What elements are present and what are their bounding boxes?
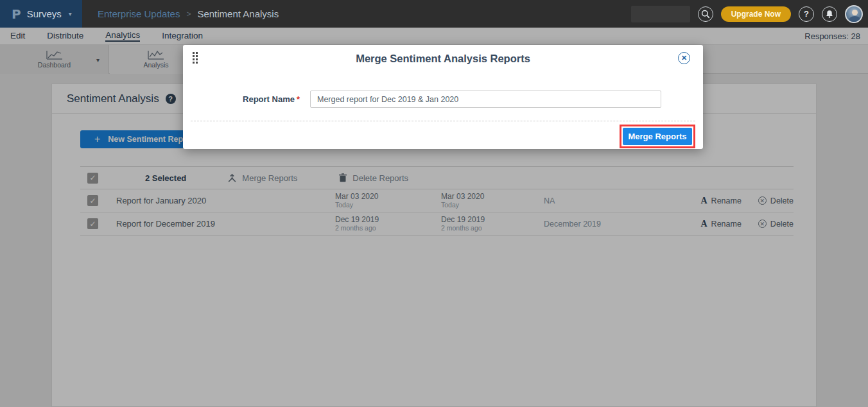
questionpro-logo-icon: P	[12, 6, 21, 22]
upgrade-now-button[interactable]: Upgrade Now	[721, 6, 791, 22]
search-input[interactable]	[631, 6, 690, 22]
avatar-head-shape	[852, 10, 858, 15]
report-name-label-text: Report Name	[243, 94, 295, 104]
breadcrumb: Enterprise Updates > Sentiment Analysis	[98, 0, 279, 28]
modal-divider	[191, 121, 695, 121]
breadcrumb-current-page: Sentiment Analysis	[197, 8, 279, 19]
modal-title: Merge Sentiment Analysis Reports	[183, 53, 703, 65]
report-name-label: Report Name*	[183, 94, 300, 104]
product-switcher[interactable]: P Surveys ▾	[0, 0, 82, 28]
close-icon[interactable]: ✕	[678, 52, 690, 64]
click-highlight-annotation: Merge Reports	[620, 125, 695, 148]
merge-reports-modal: Merge Sentiment Analysis Reports ✕ Repor…	[183, 45, 703, 149]
product-name: Surveys	[27, 8, 62, 19]
app-screen: P Surveys ▾ Enterprise Updates > Sentime…	[0, 0, 868, 407]
topbar-actions: Upgrade Now ?	[631, 0, 863, 28]
merge-reports-button[interactable]: Merge Reports	[623, 128, 692, 145]
user-avatar[interactable]	[845, 5, 863, 23]
help-icon[interactable]: ?	[799, 6, 814, 22]
breadcrumb-survey-name[interactable]: Enterprise Updates	[98, 8, 180, 19]
avatar-body-shape	[849, 16, 861, 23]
top-bar: P Surveys ▾ Enterprise Updates > Sentime…	[0, 0, 868, 28]
report-name-input[interactable]	[310, 91, 661, 108]
breadcrumb-separator-icon: >	[186, 10, 191, 19]
notifications-bell-icon[interactable]	[822, 6, 837, 22]
chevron-down-icon: ▾	[69, 10, 72, 17]
report-name-row: Report Name*	[183, 94, 703, 104]
required-marker: *	[297, 94, 300, 104]
search-icon[interactable]	[698, 6, 713, 22]
